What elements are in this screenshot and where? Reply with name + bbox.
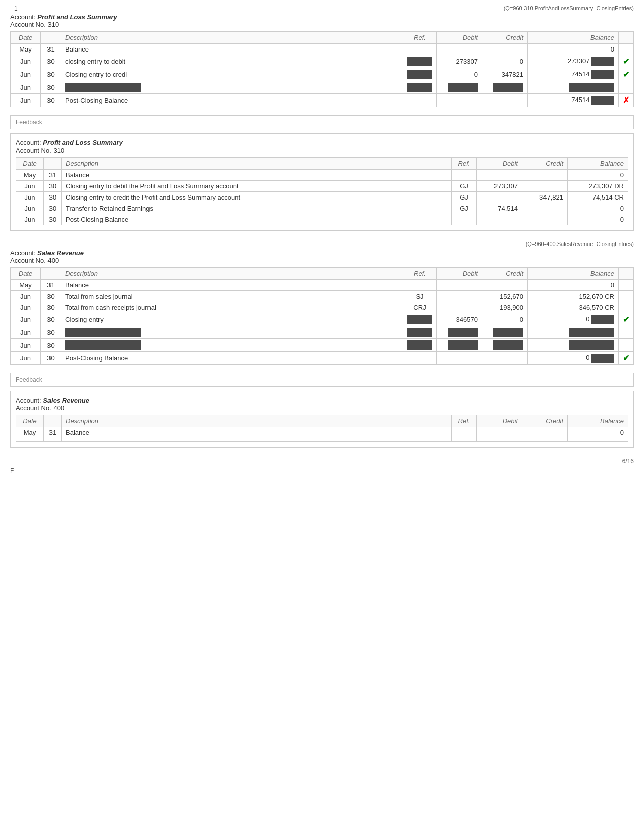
cell-debit bbox=[437, 352, 482, 365]
table-row: Jun 30 Closing entry to credi 0 347821 7… bbox=[11, 68, 634, 81]
cell-desc-input[interactable] bbox=[61, 81, 403, 94]
cell-day: 30 bbox=[41, 326, 61, 339]
cell-debit-input[interactable] bbox=[437, 339, 482, 352]
th-date2 bbox=[41, 32, 61, 44]
th-date: Date bbox=[11, 268, 41, 280]
table-row: Jun 30 closing entry to debit 273307 0 2… bbox=[11, 55, 634, 68]
cell-ref bbox=[452, 170, 477, 181]
cell-balance: 152,670 CR bbox=[528, 291, 619, 302]
table-row: Jun 30 Closing entry to debit the Profit… bbox=[16, 181, 628, 192]
th-desc: Description bbox=[61, 32, 403, 44]
cell-day: 31 bbox=[41, 44, 61, 55]
th-credit: Credit bbox=[482, 32, 528, 44]
cell-month: May bbox=[11, 280, 41, 291]
feedback2-label: Feedback bbox=[16, 376, 42, 383]
table-row: May 31 Balance 0 bbox=[16, 170, 628, 181]
cell-balance-val: 0 bbox=[528, 352, 619, 365]
th-date: Date bbox=[16, 415, 44, 427]
th-desc: Description bbox=[61, 268, 403, 280]
cell-credit bbox=[482, 94, 528, 107]
cell-credit-input[interactable] bbox=[482, 339, 528, 352]
cell-month: Jun bbox=[11, 55, 41, 68]
cell-desc: Closing entry to credi bbox=[61, 68, 403, 81]
cell-debit bbox=[437, 94, 482, 107]
cell-desc-input[interactable] bbox=[61, 339, 403, 352]
feedback1-label: Feedback bbox=[16, 119, 42, 126]
cell-day: 30 bbox=[41, 291, 61, 302]
cell-debit-val: 346570 bbox=[437, 313, 482, 326]
section1-answer-block: Account: Profit and Loss Summary Account… bbox=[10, 133, 634, 231]
cell-check: ✔ bbox=[619, 68, 634, 81]
cell-action bbox=[619, 81, 634, 94]
th-ref: Ref. bbox=[403, 32, 437, 44]
cell-ref bbox=[452, 214, 477, 225]
cell-day: 30 bbox=[44, 181, 62, 192]
section2-block: Account: Sales Revenue Account No. 400 D… bbox=[10, 249, 634, 365]
table-row: Jun 30 Post-Closing Balance 74514 ✗ bbox=[11, 94, 634, 107]
cell-debit bbox=[477, 427, 522, 438]
cell-credit bbox=[482, 44, 528, 55]
cell-ref bbox=[403, 44, 437, 55]
cell-ref-input[interactable] bbox=[403, 339, 437, 352]
page-number: 6/16 bbox=[10, 458, 634, 465]
cell-balance-input[interactable] bbox=[528, 339, 619, 352]
cell-balance-input[interactable] bbox=[528, 326, 619, 339]
table-row: Jun 30 bbox=[11, 339, 634, 352]
cell-balance-input[interactable] bbox=[528, 81, 619, 94]
section1-account-header: Account: Profit and Loss Summary Account… bbox=[10, 13, 634, 28]
cell-debit-input[interactable] bbox=[437, 81, 482, 94]
cell-credit-input[interactable] bbox=[482, 326, 528, 339]
cell-desc-input[interactable] bbox=[61, 326, 403, 339]
cell-balance-val: 0 bbox=[528, 313, 619, 326]
cell-day bbox=[44, 438, 62, 442]
cell-credit-val: 347821 bbox=[482, 68, 528, 81]
cell-ref-input[interactable] bbox=[403, 313, 437, 326]
cell-ref: GJ bbox=[452, 192, 477, 203]
cell-day: 30 bbox=[41, 55, 61, 68]
cell-check: ✔ bbox=[619, 55, 634, 68]
th-balance: Balance bbox=[528, 268, 619, 280]
cell-desc: Total from cash receipts journal bbox=[61, 302, 403, 313]
cell-month: Jun bbox=[11, 302, 41, 313]
cell-credit bbox=[522, 214, 568, 225]
cell-action bbox=[619, 339, 634, 352]
cell-desc: Closing entry to credit the Profit and L… bbox=[62, 192, 452, 203]
th-desc: Description bbox=[62, 158, 452, 170]
table-row: Jun 30 Post-Closing Balance 0 bbox=[16, 214, 628, 225]
th-balance: Balance bbox=[568, 158, 628, 170]
section1-answer-table: Date Description Ref. Debit Credit Balan… bbox=[16, 157, 628, 225]
cell-credit bbox=[522, 170, 568, 181]
cell-balance-val: 273307 bbox=[528, 55, 619, 68]
cell-ref-input[interactable] bbox=[403, 326, 437, 339]
check-icon: ✔ bbox=[623, 354, 629, 362]
cell-day: 30 bbox=[41, 313, 61, 326]
cell-month: Jun bbox=[11, 352, 41, 365]
cell-debit bbox=[477, 438, 522, 442]
cell-month: Jun bbox=[16, 203, 44, 214]
cell-month: May bbox=[16, 170, 44, 181]
cell-ref: GJ bbox=[452, 181, 477, 192]
th-desc: Description bbox=[62, 415, 452, 427]
feedback1-box: Feedback bbox=[10, 115, 634, 129]
table-row: Jun 30 bbox=[11, 326, 634, 339]
table-row: Jun 30 Total from sales journal SJ 152,6… bbox=[11, 291, 634, 302]
cell-ref-input[interactable] bbox=[403, 68, 437, 81]
section1-input-table: Date Description Ref. Debit Credit Balan… bbox=[10, 31, 634, 107]
cell-month: Jun bbox=[11, 326, 41, 339]
cell-ref-input[interactable] bbox=[403, 55, 437, 68]
cell-ref: SJ bbox=[403, 291, 437, 302]
cell-ref bbox=[403, 94, 437, 107]
cell-credit bbox=[522, 181, 568, 192]
cell-ref-input[interactable] bbox=[403, 81, 437, 94]
x-icon: ✗ bbox=[623, 96, 629, 105]
cell-debit-val: 0 bbox=[437, 68, 482, 81]
cell-desc: Total from sales journal bbox=[61, 291, 403, 302]
cell-balance: 0 bbox=[528, 44, 619, 55]
th-debit: Debit bbox=[437, 268, 482, 280]
feedback2-box: Feedback bbox=[10, 373, 634, 387]
cell-credit-input[interactable] bbox=[482, 81, 528, 94]
cell-month: May bbox=[11, 44, 41, 55]
cell-debit-input[interactable] bbox=[437, 326, 482, 339]
cell-credit: 152,670 bbox=[482, 291, 528, 302]
th-date: Date bbox=[11, 32, 41, 44]
